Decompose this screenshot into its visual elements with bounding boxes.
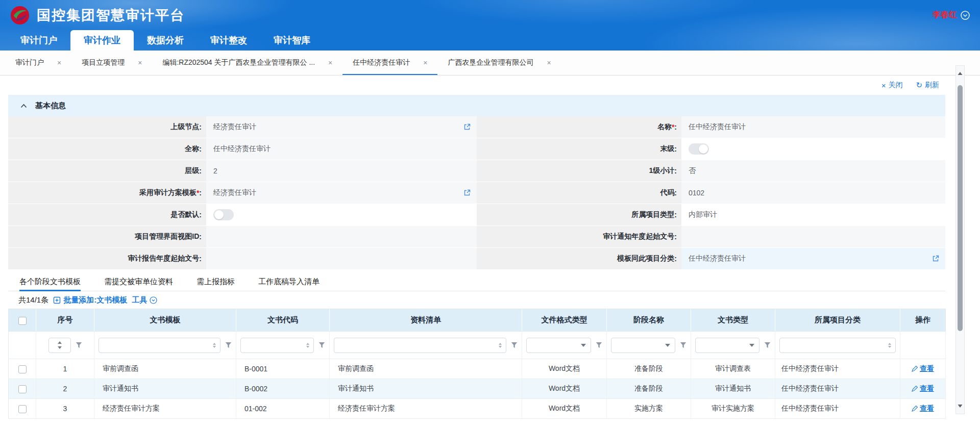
view-button[interactable]: 查看 <box>912 384 934 393</box>
field-label-level1-subtotal: 1级小计*: <box>477 160 681 182</box>
close-icon[interactable]: × <box>328 59 332 67</box>
cell-category: 任中经济责任审计 <box>775 359 900 379</box>
doc-tab-project-setup[interactable]: 项目立项管理 × <box>71 51 152 75</box>
doc-tab-audit-portal[interactable]: 审计门户 × <box>5 51 71 75</box>
page-actions: × 关闭 ↻ 刷新 <box>8 75 945 95</box>
field-value-name[interactable]: 任中经济责任审计 <box>681 116 945 138</box>
doc-tab-label: 编辑:RZ202504 关于广西农垦企业管理有限公 ... <box>162 58 315 67</box>
doc-tab-edit-rz202504[interactable]: 编辑:RZ202504 关于广西农垦企业管理有限公 ... × <box>152 51 342 75</box>
field-value-level[interactable]: 2 <box>206 160 477 182</box>
table-row: 1 审前调查函 B-0001 审前调查函 Word文档 准备阶段 审计调查表 任… <box>9 359 946 379</box>
filter-template-cell <box>94 332 236 359</box>
nav-item-audit-rectify[interactable]: 审计整改 <box>197 30 260 51</box>
cell-format: Word文档 <box>522 399 607 419</box>
close-icon[interactable]: × <box>138 59 142 67</box>
checklist-filter-input[interactable] <box>334 338 506 353</box>
code-filter-input[interactable] <box>240 338 314 353</box>
doc-tab-guangxi-company[interactable]: 广西农垦企业管理有限公司 × <box>437 51 561 75</box>
external-link-icon[interactable] <box>463 123 471 131</box>
doc-type-filter-select[interactable] <box>695 338 760 353</box>
field-label-report-start-no: 审计报告年度起始文号*: <box>8 248 206 270</box>
nav-item-audit-work[interactable]: 审计作业 <box>70 30 134 51</box>
col-header-seq: 序号 <box>36 309 94 332</box>
view-button[interactable]: 查看 <box>912 404 934 413</box>
nav-item-data-analysis[interactable]: 数据分析 <box>134 30 197 51</box>
tab-stage-doc-templates[interactable]: 各个阶段文书模板 <box>19 273 81 291</box>
filter-funnel-icon[interactable] <box>680 342 687 348</box>
tab-workpaper-import[interactable]: 工作底稿导入清单 <box>258 273 320 291</box>
col-header-checklist: 资料清单 <box>330 309 522 332</box>
refresh-label: 刷新 <box>925 81 939 90</box>
category-filter-input[interactable] <box>779 338 896 353</box>
scrollbar-thumb[interactable] <box>958 85 963 331</box>
template-filter-input[interactable] <box>99 338 220 353</box>
scroll-up-arrow-icon[interactable] <box>956 69 964 78</box>
table-header-row: 序号 文书模板 文书代码 资料清单 文件格式类型 阶段名称 文书类型 所属项目分… <box>9 309 946 332</box>
seq-number-spinner[interactable] <box>48 338 71 353</box>
cell-format: Word文档 <box>522 359 607 379</box>
close-icon[interactable]: × <box>547 59 551 67</box>
chevron-down-icon[interactable] <box>961 11 970 20</box>
cell-code: 01-002 <box>236 399 330 419</box>
leaf-toggle[interactable] <box>689 143 709 155</box>
filter-funnel-icon[interactable] <box>318 342 325 348</box>
external-link-icon[interactable] <box>463 189 471 196</box>
tab-auditee-materials[interactable]: 需提交被审单位资料 <box>104 273 173 291</box>
header-select-all <box>9 309 36 332</box>
select-all-checkbox[interactable] <box>18 317 27 325</box>
nav-item-audit-library[interactable]: 审计智库 <box>260 30 324 51</box>
table-row: 3 经济责任审计方案 01-002 经济责任审计方案 Word文档 实施方案 审… <box>9 399 946 419</box>
basic-info-section-header[interactable]: 基本信息 <box>8 95 945 116</box>
chevron-up-icon <box>20 104 27 108</box>
batch-add-button[interactable]: 批量添加:文书模板 <box>53 295 127 305</box>
user-menu[interactable]: 李春红 <box>933 10 970 20</box>
row-checkbox[interactable] <box>18 405 27 413</box>
filter-funnel-icon[interactable] <box>76 342 82 348</box>
filter-row <box>9 332 946 359</box>
close-page-button[interactable]: × 关闭 <box>881 81 903 90</box>
field-value-code[interactable]: 0102 <box>681 182 945 204</box>
field-value-parent-node[interactable]: 经济责任审计 <box>206 116 477 138</box>
external-link-icon[interactable] <box>932 255 939 262</box>
col-header-doc-type: 文书类型 <box>691 309 775 332</box>
tools-button[interactable]: 工具 <box>132 295 157 305</box>
doc-tab-mid-term-audit[interactable]: 任中经济责任审计 × <box>342 51 437 75</box>
field-value-level1-subtotal[interactable]: 否 <box>681 160 945 182</box>
filter-funnel-icon[interactable] <box>596 342 602 348</box>
field-value-project-type[interactable]: 内部审计 <box>681 204 945 226</box>
record-count: 共14/1条 <box>18 295 48 305</box>
default-toggle[interactable] <box>213 209 234 220</box>
filter-funnel-icon[interactable] <box>225 342 232 348</box>
field-label-project-type: 所属项目类型:: <box>477 204 681 226</box>
field-value-report-start-no[interactable] <box>206 248 477 270</box>
user-name: 李春红 <box>933 10 957 20</box>
cell-category: 任中经济责任审计 <box>775 379 900 399</box>
tab-report-indicators[interactable]: 需上报指标 <box>197 273 235 291</box>
field-value-template-category[interactable]: 任中经济责任审计 <box>681 248 945 270</box>
vertical-scrollbar[interactable] <box>955 65 965 414</box>
cell-category: 任中经济责任审计 <box>775 399 900 419</box>
field-value-plan-template[interactable]: 经济责任审计 <box>206 182 477 204</box>
scroll-down-arrow-icon[interactable] <box>956 401 964 411</box>
row-checkbox[interactable] <box>18 385 27 393</box>
nav-item-audit-portal[interactable]: 审计门户 <box>7 30 70 51</box>
format-filter-select[interactable] <box>526 338 591 353</box>
cell-doc-type: 审计实施方案 <box>691 399 775 419</box>
refresh-page-button[interactable]: ↻ 刷新 <box>916 81 939 90</box>
filter-stage-cell <box>607 332 691 359</box>
field-value-view-id[interactable] <box>206 226 477 248</box>
doc-tab-label: 任中经济责任审计 <box>353 58 410 67</box>
filter-funnel-icon[interactable] <box>511 342 518 348</box>
stage-filter-select[interactable] <box>611 338 675 353</box>
close-icon[interactable]: × <box>57 59 61 67</box>
field-value-full-name[interactable]: 任中经济责任审计 <box>206 138 477 160</box>
filter-funnel-icon[interactable] <box>764 342 771 348</box>
close-icon[interactable]: × <box>423 59 427 67</box>
row-checkbox[interactable] <box>18 365 27 373</box>
cell-doc-type: 审计调查表 <box>691 359 775 379</box>
view-button[interactable]: 查看 <box>912 364 934 373</box>
filter-format-cell <box>522 332 607 359</box>
field-label-name: 名称*: <box>477 116 681 138</box>
field-value-notice-start-no[interactable] <box>681 226 945 248</box>
field-label-leaf: 末级*: <box>477 138 681 160</box>
